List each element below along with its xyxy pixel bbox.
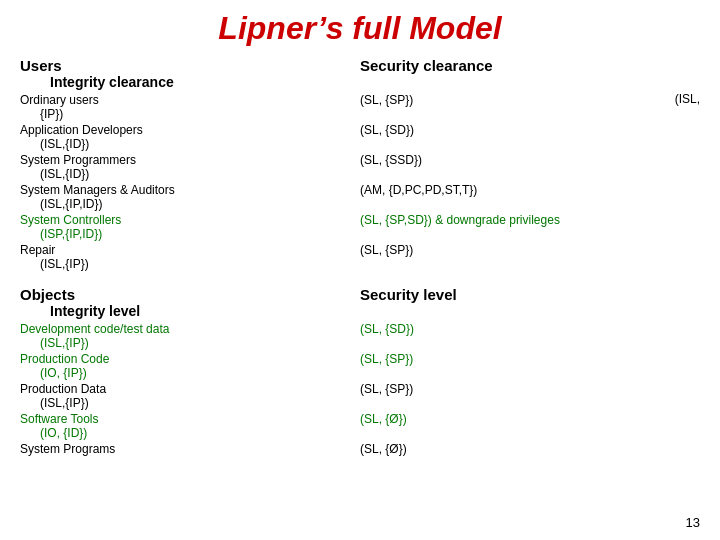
object-sub: (ISL,{IP}) — [40, 396, 360, 410]
object-row: Production Code(IO, {IP})(SL, {SP}) — [20, 351, 700, 380]
user-right-col: (AM, {D,PC,PD,ST,T}) — [360, 182, 700, 197]
object-name: System Programs — [20, 442, 115, 456]
object-right-col: (SL, {Ø}) — [360, 441, 700, 456]
security-value: (SL, {SP,SD}) & downgrade privileges — [360, 213, 560, 227]
user-row: Application Developers(ISL,{ID})(SL, {SD… — [20, 122, 700, 151]
user-left-col: System Managers & Auditors(ISL,{IP,ID}) — [20, 182, 360, 211]
user-right-col: (SL, {SD}) — [360, 122, 700, 137]
users-header: Users — [20, 57, 62, 74]
object-left-col: System Programs — [20, 441, 360, 456]
object-sub: (ISL,{IP}) — [40, 336, 360, 350]
object-row: Development code/test data(ISL,{IP})(SL,… — [20, 321, 700, 350]
user-row: Repair(ISL,{IP})(SL, {SP}) — [20, 242, 700, 271]
page-title: Lipner’s full Model — [20, 10, 700, 47]
security-right-value: (ISL, — [675, 92, 700, 106]
user-name: Application Developers — [20, 123, 143, 137]
user-right-col: (SL, {SP}) — [360, 242, 700, 257]
security-value: (SL, {SD}) — [360, 123, 414, 137]
user-row: Ordinary users{IP})(SL, {SP})(ISL, — [20, 92, 700, 121]
user-sub: (ISL,{ID}) — [40, 137, 360, 151]
object-right-col: (SL, {SD}) — [360, 321, 700, 336]
user-name: Ordinary users — [20, 93, 99, 107]
security-clearance-header: Security clearance — [360, 57, 493, 74]
user-right-col: (SL, {SP})(ISL, — [360, 92, 700, 107]
object-left-col: Production Code(IO, {IP}) — [20, 351, 360, 380]
user-sub: (ISP,{IP,ID}) — [40, 227, 360, 241]
user-name: Repair — [20, 243, 55, 257]
user-row: System Controllers(ISP,{IP,ID})(SL, {SP,… — [20, 212, 700, 241]
object-name: Software Tools — [20, 412, 99, 426]
users-rows: Ordinary users{IP})(SL, {SP})(ISL,Applic… — [20, 92, 700, 271]
user-right-col: (SL, {SSD}) — [360, 152, 700, 167]
security-level-value: (SL, {Ø}) — [360, 412, 407, 426]
users-integrity-header: Integrity clearance — [50, 74, 174, 90]
object-sub: (IO, {IP}) — [40, 366, 360, 380]
object-row: Production Data(ISL,{IP})(SL, {SP}) — [20, 381, 700, 410]
user-sub: (ISL,{IP}) — [40, 257, 360, 271]
user-left-col: System Programmers(ISL,{ID}) — [20, 152, 360, 181]
user-sub: (ISL,{ID}) — [40, 167, 360, 181]
object-sub: (IO, {ID}) — [40, 426, 360, 440]
page-number: 13 — [686, 515, 700, 530]
objects-rows: Development code/test data(ISL,{IP})(SL,… — [20, 321, 700, 456]
user-sub: {IP}) — [40, 107, 360, 121]
security-level-value: (SL, {SP}) — [360, 352, 413, 366]
security-value: (SL, {SP}) — [360, 243, 413, 257]
user-name: System Managers & Auditors — [20, 183, 175, 197]
security-value: (AM, {D,PC,PD,ST,T}) — [360, 183, 477, 197]
user-sub: (ISL,{IP,ID}) — [40, 197, 360, 211]
object-left-col: Software Tools(IO, {ID}) — [20, 411, 360, 440]
object-row: Software Tools(IO, {ID})(SL, {Ø}) — [20, 411, 700, 440]
object-left-col: Production Data(ISL,{IP}) — [20, 381, 360, 410]
objects-integrity-header: Integrity level — [50, 303, 140, 319]
security-level-header: Security level — [360, 286, 457, 303]
page: Lipner’s full Model Users Integrity clea… — [0, 0, 720, 540]
object-name: Production Code — [20, 352, 109, 366]
object-name: Development code/test data — [20, 322, 169, 336]
user-left-col: Application Developers(ISL,{ID}) — [20, 122, 360, 151]
user-left-col: Repair(ISL,{IP}) — [20, 242, 360, 271]
security-value: (SL, {SP}) — [360, 93, 413, 107]
user-right-col: (SL, {SP,SD}) & downgrade privileges — [360, 212, 700, 227]
user-left-col: Ordinary users{IP}) — [20, 92, 360, 121]
user-row: System Managers & Auditors(ISL,{IP,ID})(… — [20, 182, 700, 211]
security-level-value: (SL, {Ø}) — [360, 442, 407, 456]
object-name: Production Data — [20, 382, 106, 396]
security-level-value: (SL, {SD}) — [360, 322, 414, 336]
security-level-value: (SL, {SP}) — [360, 382, 413, 396]
object-right-col: (SL, {SP}) — [360, 351, 700, 366]
objects-header: Objects — [20, 286, 75, 303]
object-row: System Programs(SL, {Ø}) — [20, 441, 700, 456]
object-left-col: Development code/test data(ISL,{IP}) — [20, 321, 360, 350]
user-name: System Programmers — [20, 153, 136, 167]
user-name: System Controllers — [20, 213, 121, 227]
security-value: (SL, {SSD}) — [360, 153, 422, 167]
object-right-col: (SL, {SP}) — [360, 381, 700, 396]
user-row: System Programmers(ISL,{ID})(SL, {SSD}) — [20, 152, 700, 181]
object-right-col: (SL, {Ø}) — [360, 411, 700, 426]
user-left-col: System Controllers(ISP,{IP,ID}) — [20, 212, 360, 241]
